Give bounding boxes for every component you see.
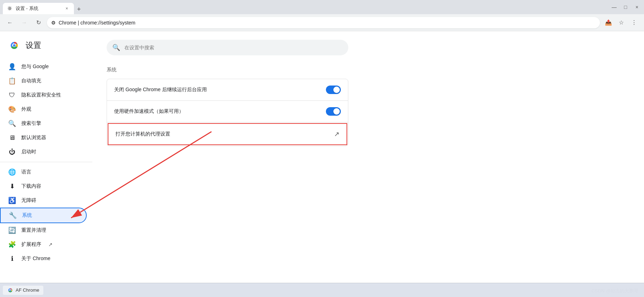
svg-point-3: [13, 44, 16, 47]
proxy-settings-label: 打开您计算机的代理设置: [116, 131, 328, 137]
active-tab[interactable]: 设置 - 系统 ×: [3, 3, 74, 14]
taskbar-chrome-label: AF Chrome: [16, 287, 39, 293]
toolbar-actions: 📤 ☆ ⋮: [603, 17, 640, 28]
proxy-settings-row-wrapper: 打开您计算机的代理设置 ↗: [108, 123, 347, 145]
sidebar-item-about[interactable]: ℹ 关于 Chrome: [0, 252, 87, 266]
tab-title: 设置 - 系统: [16, 5, 38, 12]
search-bar[interactable]: 🔍: [107, 40, 348, 55]
sidebar-label-appearance: 外观: [21, 106, 31, 112]
sidebar-divider: [0, 162, 92, 162]
sidebar-item-privacy[interactable]: 🛡 隐私设置和安全性: [0, 88, 87, 102]
page-content: 设置 👤 您与 Google 📋 自动填充 🛡 隐私设置和安全性 🎨 外观 🔍 …: [0, 31, 644, 297]
about-icon: ℹ: [9, 255, 16, 262]
browser-titlebar: 设置 - 系统 × + — □ ×: [0, 0, 644, 14]
download-icon: ⬇: [9, 183, 16, 190]
sidebar-item-startup[interactable]: ⏻ 启动时: [0, 145, 87, 159]
background-apps-row: 关闭 Google Chrome 后继续运行后台应用: [107, 79, 348, 101]
reset-icon: 🔄: [9, 227, 16, 234]
back-button[interactable]: ←: [4, 17, 16, 28]
sidebar: 设置 👤 您与 Google 📋 自动填充 🛡 隐私设置和安全性 🎨 外观 🔍 …: [0, 31, 92, 297]
sidebar-label-extensions: 扩展程序: [21, 241, 41, 248]
titlebar-controls: — □ ×: [610, 3, 641, 11]
sidebar-label-downloads: 下载内容: [21, 183, 41, 189]
tab-close-button[interactable]: ×: [64, 6, 70, 11]
svg-point-9: [10, 290, 11, 291]
background-apps-label: 关闭 Google Chrome 后继续运行后台应用: [114, 87, 320, 93]
extensions-icon: 🧩: [9, 241, 16, 248]
sidebar-label-system: 系统: [22, 212, 32, 219]
hardware-accel-toggle[interactable]: [326, 107, 341, 116]
browser-toolbar: ← → ↻ ⚙ Chrome | chrome://settings/syste…: [0, 14, 644, 31]
section-title: 系统: [107, 67, 630, 73]
tab-strip: 设置 - 系统 × +: [3, 0, 607, 14]
sidebar-label-startup: 启动时: [21, 149, 36, 155]
proxy-settings-row: 打开您计算机的代理设置 ↗: [108, 124, 347, 144]
sidebar-label-about: 关于 Chrome: [21, 255, 50, 262]
cast-button[interactable]: 📤: [603, 17, 614, 28]
language-icon: 🌐: [9, 169, 16, 176]
sidebar-label-privacy: 隐私设置和安全性: [21, 92, 61, 98]
sidebar-item-accessibility[interactable]: ♿ 无障碍: [0, 193, 87, 208]
address-text: Chrome | chrome://settings/system: [59, 20, 135, 26]
sidebar-item-reset[interactable]: 🔄 重置并清理: [0, 223, 87, 237]
sidebar-label-language: 语言: [21, 169, 31, 175]
main-content: 🔍 系统 关闭 Google Chrome 后继续运行后台应用 使用硬件加速模式…: [92, 31, 644, 297]
sidebar-label-reset: 重置并清理: [21, 227, 46, 233]
system-icon: 🔧: [9, 212, 16, 219]
sidebar-title: 设置: [26, 40, 41, 51]
autofill-icon: 📋: [9, 77, 16, 84]
search-bar-container: 🔍: [107, 40, 348, 55]
sidebar-item-autofill[interactable]: 📋 自动填充: [0, 74, 87, 88]
sidebar-item-you-google[interactable]: 👤 您与 Google: [0, 60, 87, 74]
taskbar-chrome-item[interactable]: AF Chrome: [3, 286, 43, 295]
default-browser-icon: 🖥: [9, 134, 16, 141]
sidebar-header: 设置: [0, 37, 92, 60]
search-magnifier-icon: 🔍: [112, 44, 120, 51]
toggle-knob-2: [333, 108, 340, 115]
new-tab-button[interactable]: +: [74, 4, 84, 14]
sidebar-item-system[interactable]: 🔧 系统: [0, 208, 87, 223]
address-bar[interactable]: ⚙ Chrome | chrome://settings/system: [47, 17, 600, 28]
accessibility-icon: ♿: [9, 197, 16, 204]
address-favicon: ⚙: [51, 20, 56, 26]
proxy-external-link-icon[interactable]: ↗: [334, 130, 339, 138]
sidebar-label-you-google: 您与 Google: [21, 64, 49, 70]
search-icon: 🔍: [9, 120, 16, 127]
forward-button[interactable]: →: [18, 17, 30, 28]
sidebar-item-default-browser[interactable]: 🖥 默认浏览器: [0, 131, 87, 145]
startup-icon: ⏻: [9, 148, 16, 155]
close-button[interactable]: ×: [633, 3, 641, 11]
settings-card: 关闭 Google Chrome 后继续运行后台应用 使用硬件加速模式（如果可用…: [107, 79, 348, 146]
background-apps-toggle[interactable]: [326, 86, 341, 94]
toggle-knob: [333, 87, 340, 93]
sidebar-label-default-browser: 默认浏览器: [21, 134, 46, 141]
hardware-accel-row: 使用硬件加速模式（如果可用）: [107, 101, 348, 122]
sidebar-item-language[interactable]: 🌐 语言: [0, 165, 87, 179]
sidebar-item-downloads[interactable]: ⬇ 下载内容: [0, 179, 87, 193]
bookmark-button[interactable]: ☆: [616, 17, 627, 28]
sidebar-item-appearance[interactable]: 🎨 外观: [0, 102, 87, 116]
tab-favicon: [7, 6, 13, 11]
sidebar-label-autofill: 自动填充: [21, 78, 41, 84]
minimize-button[interactable]: —: [610, 3, 618, 11]
hardware-accel-label: 使用硬件加速模式（如果可用）: [114, 108, 320, 115]
search-input[interactable]: [124, 45, 343, 50]
sidebar-item-extensions[interactable]: 🧩 扩展程序 ↗: [0, 237, 87, 252]
sidebar-item-search[interactable]: 🔍 搜索引擎: [0, 116, 87, 131]
appearance-icon: 🎨: [9, 106, 16, 113]
refresh-button[interactable]: ↻: [33, 17, 44, 28]
sidebar-label-accessibility: 无障碍: [21, 197, 36, 204]
extensions-external-link-icon: ↗: [48, 242, 53, 247]
taskbar: AF Chrome: [0, 283, 644, 297]
maximize-button[interactable]: □: [621, 3, 630, 11]
profile-button[interactable]: ⋮: [628, 17, 640, 28]
shield-icon: 🛡: [9, 92, 16, 99]
chrome-logo-icon: [9, 40, 20, 51]
person-icon: 👤: [9, 63, 16, 70]
taskbar-chrome-logo-icon: [7, 287, 14, 293]
sidebar-label-search: 搜索引擎: [21, 120, 41, 127]
